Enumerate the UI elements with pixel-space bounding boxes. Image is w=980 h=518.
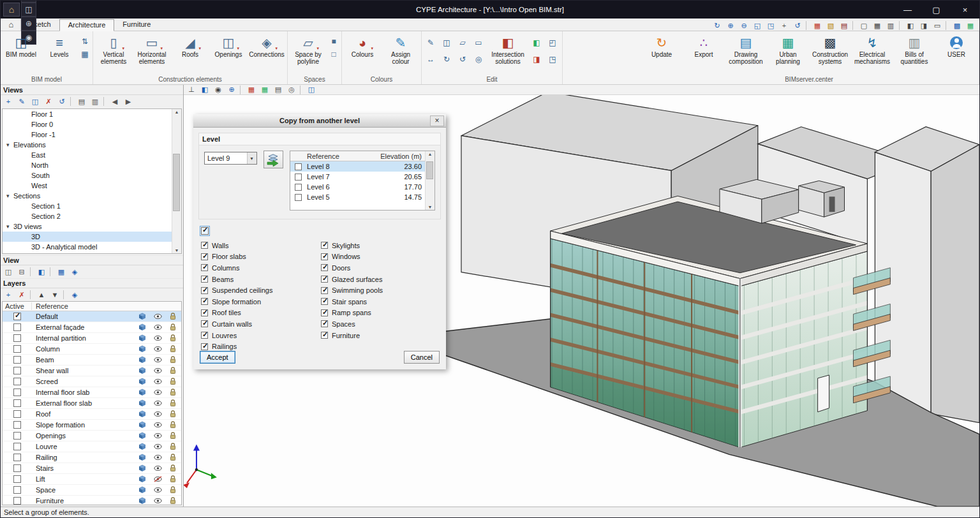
element-checkbox[interactable]: [321, 287, 328, 294]
user-button[interactable]: ▾USER: [936, 33, 977, 59]
element-checkbox[interactable]: [201, 276, 208, 283]
element-checkbox-item[interactable]: Spaces: [321, 318, 441, 330]
layers-tool-icon[interactable]: [30, 290, 33, 299]
export-image-icon[interactable]: ◫: [21, 3, 36, 17]
toolbar-icon[interactable]: [946, 21, 949, 30]
element-checkbox[interactable]: [201, 253, 208, 260]
layer-visibility-icon[interactable]: [154, 400, 162, 406]
new-view-icon[interactable]: +: [2, 96, 15, 107]
cancel-button[interactable]: Cancel: [404, 351, 440, 364]
level-checkbox[interactable]: [295, 184, 302, 191]
delete-layer-icon[interactable]: ✗: [15, 290, 28, 300]
layer-active-checkbox[interactable]: [13, 378, 21, 385]
layer-visibility-icon[interactable]: [154, 313, 162, 320]
level-select[interactable]: Level 9 ▾: [204, 152, 257, 165]
layer-cube-icon[interactable]: [138, 421, 146, 429]
layer-visibility-icon[interactable]: [154, 357, 162, 363]
minimize-button[interactable]: —: [893, 1, 922, 18]
layer-row[interactable]: Internal partition: [3, 333, 181, 344]
element-checkbox-item[interactable]: Ramp spans: [321, 307, 441, 319]
level-row[interactable]: Level 5 14.75: [290, 192, 425, 202]
layer-visibility-icon[interactable]: [154, 324, 162, 330]
element-checkbox-item[interactable]: Beams: [201, 274, 321, 285]
expand-arrow-icon[interactable]: ▾: [6, 223, 13, 230]
horizontal-elements-button[interactable]: ▭▾Horizontal elements: [133, 33, 170, 65]
layer-active-checkbox[interactable]: [13, 313, 21, 320]
level-checkbox[interactable]: [295, 194, 302, 201]
rotate-view-icon[interactable]: ↺: [56, 96, 68, 107]
colours-button[interactable]: ◕▾Colours: [344, 33, 381, 59]
element-checkbox[interactable]: [201, 287, 208, 294]
layer-visibility-icon[interactable]: [154, 498, 162, 504]
dwg-template-icon[interactable]: ▦: [811, 20, 824, 31]
view-config-icon[interactable]: ◈: [68, 267, 81, 277]
layer-lock-icon[interactable]: [170, 454, 176, 461]
level-up-down-icon[interactable]: ⇅: [79, 36, 91, 47]
level-checkbox[interactable]: [295, 163, 302, 170]
levels-scrollbar[interactable]: ▲ ▼: [425, 151, 434, 210]
viewport-tool-icon[interactable]: [300, 85, 303, 94]
split-left-icon[interactable]: ◧: [904, 20, 917, 31]
element-checkbox[interactable]: [201, 332, 208, 339]
layer-active-checkbox[interactable]: [13, 389, 21, 396]
trim-icon[interactable]: ◳: [546, 52, 560, 66]
toolbar-icon[interactable]: [806, 21, 809, 30]
layer-visibility-icon[interactable]: [154, 465, 162, 471]
snap-plane-icon[interactable]: ⊥: [185, 85, 198, 95]
layer-visibility-icon[interactable]: [154, 367, 162, 374]
expand-arrow-icon[interactable]: ▾: [6, 142, 13, 148]
level-grid-icon[interactable]: ▦: [79, 48, 91, 59]
copy-icon[interactable]: ◫: [440, 36, 454, 50]
viewport-tool-icon[interactable]: [240, 85, 243, 94]
layer-row[interactable]: Screed: [3, 376, 181, 387]
layer-lock-icon[interactable]: [170, 323, 176, 331]
extend-icon[interactable]: ◰: [546, 36, 560, 50]
edit-polyline-icon[interactable]: ▭: [471, 36, 486, 50]
layer-lock-icon[interactable]: [170, 464, 176, 472]
intersection-solutions-button[interactable]: ◧▾Intersection solutions: [487, 33, 528, 65]
layer-row[interactable]: Space: [3, 485, 181, 496]
element-checkbox-item[interactable]: Doors: [321, 262, 441, 274]
layer-visibility-icon[interactable]: [154, 422, 162, 428]
visibility-icon[interactable]: ◉: [212, 85, 225, 95]
export-button[interactable]: ∴▾Export: [683, 33, 724, 59]
roofs-button[interactable]: ◢▾Roofs: [172, 33, 209, 59]
layer-lock-icon[interactable]: [170, 378, 176, 385]
update-button[interactable]: ↻▾Update: [641, 33, 682, 59]
layer-cube-icon[interactable]: [138, 443, 146, 450]
level-row[interactable]: Level 6 17.70: [290, 182, 425, 192]
element-checkbox[interactable]: [321, 264, 328, 271]
layer-lock-icon[interactable]: [170, 345, 176, 353]
textures-icon[interactable]: ▤: [838, 20, 850, 31]
urban-planning-button[interactable]: ▦▾Urban planning: [768, 33, 808, 65]
refresh-view-icon[interactable]: ↻: [711, 20, 724, 31]
tab-furniture[interactable]: Furniture: [114, 19, 159, 31]
edit-view-icon[interactable]: ✎: [15, 96, 28, 107]
tree-item[interactable]: East: [3, 150, 172, 160]
layer-cube-icon[interactable]: [138, 367, 146, 374]
zoom-all-icon[interactable]: ◳: [764, 20, 777, 31]
orbit-icon[interactable]: ↺: [791, 20, 804, 31]
split-elements-icon[interactable]: ◨: [530, 52, 544, 66]
layer-cube-icon[interactable]: [138, 378, 146, 385]
scroll-thumb[interactable]: [173, 154, 180, 211]
scroll-up-icon[interactable]: ▲: [172, 110, 181, 114]
element-checkbox-item[interactable]: Stair spans: [321, 296, 441, 307]
layer-cube-icon[interactable]: [138, 313, 146, 320]
layer-visibility-icon[interactable]: [154, 389, 162, 396]
layer-active-checkbox[interactable]: [13, 410, 21, 418]
layer-row[interactable]: Louvre: [3, 441, 181, 452]
layer-active-checkbox[interactable]: [13, 497, 21, 505]
tree-item[interactable]: ▾Elevations: [3, 140, 172, 150]
close-button[interactable]: ×: [951, 1, 979, 18]
render-mode-icon[interactable]: ▦: [55, 267, 68, 277]
element-checkbox-item[interactable]: Roof tiles: [201, 307, 321, 319]
red-table-icon[interactable]: ▦: [245, 85, 258, 95]
tables-icon[interactable]: ▤: [272, 85, 285, 95]
layer-active-checkbox[interactable]: [13, 432, 21, 440]
tree-item[interactable]: Floor 0: [3, 119, 172, 130]
electrical-mechanisms-button[interactable]: ↯▾Electrical mechanisms: [852, 33, 893, 65]
level-row[interactable]: Level 7 20.65: [290, 172, 425, 182]
tree-item[interactable]: Section 2: [3, 211, 172, 221]
maximize-button[interactable]: ▢: [922, 1, 951, 18]
